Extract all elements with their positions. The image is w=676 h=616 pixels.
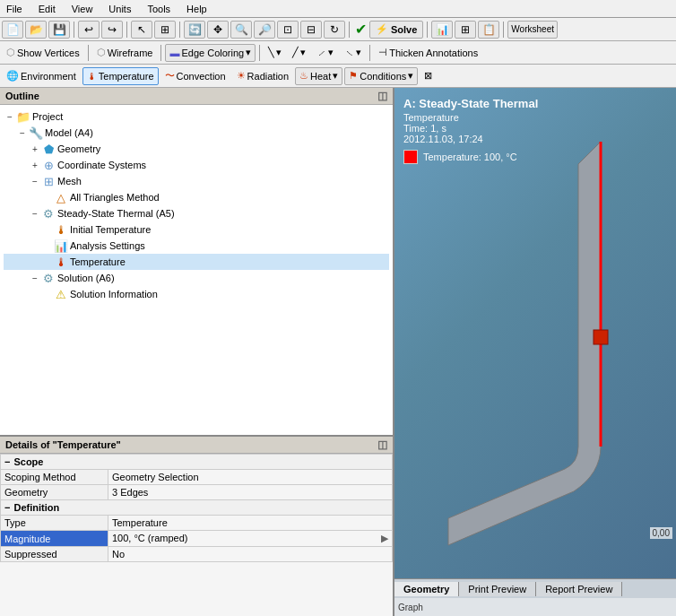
scope-toggle[interactable]: − [4, 456, 10, 467]
menu-units[interactable]: Units [106, 3, 134, 15]
suppress-button[interactable]: ⊠ [420, 67, 437, 85]
magnitude-value[interactable]: 100, °C (ramped) ▶ [108, 531, 393, 547]
expand-mesh[interactable]: − [29, 177, 41, 187]
cursor-button[interactable]: ⊞ [154, 21, 176, 39]
tree-item-inittemp[interactable]: + 🌡 Initial Temperature [4, 221, 389, 238]
suppressed-key: Suppressed [1, 547, 108, 562]
magnitude-expand-icon[interactable]: ▶ [381, 533, 388, 544]
viewport-subtitle: Temperature [403, 112, 538, 123]
temperature-button[interactable]: 🌡 Temperature [82, 67, 159, 85]
tab-print-label: Print Preview [468, 584, 526, 594]
thicken-btn[interactable]: ⊣ Thicken Annotations [374, 44, 482, 62]
tree-item-triangles[interactable]: + △ All Triangles Method [4, 189, 389, 205]
menu-file[interactable]: File [4, 3, 25, 15]
sep2 [126, 22, 127, 38]
menu-view[interactable]: View [69, 3, 96, 15]
heat-button[interactable]: ♨ Heat ▾ [295, 67, 342, 85]
triangles-label: All Triangles Method [70, 192, 160, 203]
definition-toggle[interactable]: − [4, 502, 10, 513]
convection-label: Convection [177, 71, 226, 82]
convection-button[interactable]: 〜 Convection [160, 67, 230, 85]
tree-item-solution[interactable]: − ⚙ Solution (A6) [4, 270, 389, 286]
menu-tools[interactable]: Tools [144, 3, 173, 15]
redo-button[interactable]: ↪ [101, 21, 123, 39]
edge-coloring-button[interactable]: ▬ Edge Coloring ▾ [165, 44, 256, 62]
tab-report-preview[interactable]: Report Preview [536, 582, 622, 596]
scoping-method-key: Scoping Method [1, 470, 108, 485]
open-button[interactable]: 📂 [25, 21, 47, 39]
details-pin[interactable]: ◫ [377, 438, 387, 451]
tree-item-thermal[interactable]: − ⚙ Steady-State Thermal (A5) [4, 205, 389, 221]
tree-item-analysis[interactable]: + 📊 Analysis Settings [4, 238, 389, 254]
radiation-button[interactable]: ☀ Radiation [232, 67, 293, 85]
menu-edit[interactable]: Edit [36, 3, 58, 15]
tab-print-preview[interactable]: Print Preview [459, 582, 536, 596]
tab-report-label: Report Preview [545, 584, 612, 594]
tree-item-tempbc[interactable]: + 🌡 Temperature [4, 254, 389, 270]
solution-icon: ⚙ [41, 271, 56, 285]
worksheet-button[interactable]: Worksheet [507, 21, 558, 39]
zoom-out-button[interactable]: 🔎 [254, 21, 275, 39]
coord-icon: ⊕ [41, 158, 56, 172]
undo-button[interactable]: ↩ [78, 21, 100, 39]
solutioninfo-label: Solution Information [70, 289, 158, 299]
expand-geometry[interactable]: + [29, 144, 41, 154]
edge-btn1[interactable]: ╲▾ [264, 44, 286, 62]
convection-icon: 〜 [165, 69, 175, 82]
refresh-button[interactable]: 🔄 [184, 21, 205, 39]
definition-section-header[interactable]: −Definition [1, 500, 393, 516]
report-button[interactable]: 📋 [478, 21, 499, 39]
show-vertices-button[interactable]: ⬡ Show Vertices [2, 44, 84, 62]
zoom-fit-button[interactable]: ⊡ [277, 21, 299, 39]
tree-item-project[interactable]: − 📁 Project [4, 108, 389, 125]
tree-item-coord[interactable]: + ⊕ Coordinate Systems [4, 157, 389, 173]
scope-section-header[interactable]: −Scope [1, 455, 393, 470]
edge-icon1: ╲ [268, 47, 274, 58]
svg-rect-1 [594, 330, 608, 344]
magnitude-row[interactable]: Magnitude 100, °C (ramped) ▶ [1, 531, 393, 547]
edge-btn2[interactable]: ╱▾ [288, 44, 310, 62]
environment-button[interactable]: 🌐 Environment [2, 67, 81, 85]
scope-section-label: Scope [13, 456, 43, 467]
inittemp-icon: 🌡 [54, 222, 68, 237]
rotate-button[interactable]: ↻ [324, 21, 345, 39]
type-value: Temperature [108, 516, 393, 531]
temperature-icon: 🌡 [87, 71, 97, 82]
tree-item-mesh[interactable]: − ⊞ Mesh [4, 173, 389, 189]
conditions-button[interactable]: ⚑ Conditions ▾ [344, 67, 418, 85]
thermal-label: Steady-State Thermal (A5) [57, 208, 175, 219]
tree-item-geometry[interactable]: + ⬟ Geometry [4, 141, 389, 157]
viewport[interactable]: A: Steady-State Thermal Temperature Time… [394, 88, 676, 578]
zoom-in-button[interactable]: 🔍 [230, 21, 252, 39]
expand-thermal[interactable]: − [29, 209, 41, 219]
thermal-icon: ⚙ [41, 206, 56, 221]
expand-model[interactable]: − [16, 128, 29, 138]
tree-item-model[interactable]: − 🔧 Model (A4) [4, 125, 389, 141]
solve-icon: ⚡ [376, 23, 388, 35]
thicken-icon: ⊣ [378, 47, 387, 58]
new-button[interactable]: 📄 [2, 21, 23, 39]
tree-item-solutioninfo[interactable]: + ⚠ Solution Information [4, 286, 389, 302]
chart-button[interactable]: 📊 [431, 21, 453, 39]
sep3 [179, 22, 180, 38]
solve-button[interactable]: ⚡ Solve [369, 21, 423, 39]
menu-help[interactable]: Help [184, 3, 210, 15]
expand-project[interactable]: − [4, 112, 16, 122]
select-button[interactable]: ↖ [131, 21, 152, 39]
geometry-label: Geometry [57, 143, 100, 154]
expand-coord[interactable]: + [29, 161, 41, 170]
wireframe-button[interactable]: ⬡ Wireframe [92, 44, 158, 62]
edge-coloring-icon: ▬ [169, 48, 179, 58]
table-button[interactable]: ⊞ [455, 21, 476, 39]
outline-pin[interactable]: ◫ [377, 90, 387, 102]
main-layout: Outline ◫ − 📁 Project − 🔧 Model (A4) + ⬟ [0, 88, 676, 616]
save-button[interactable]: 💾 [48, 21, 70, 39]
tab-geometry[interactable]: Geometry [394, 582, 459, 596]
expand-solution[interactable]: − [29, 273, 41, 283]
move-button[interactable]: ✥ [207, 21, 229, 39]
edge-btn3[interactable]: ⟋▾ [312, 44, 338, 62]
edge-btn4[interactable]: ⟍▾ [340, 44, 366, 62]
scoping-method-row: Scoping Method Geometry Selection [1, 470, 393, 485]
details-table: −Scope Scoping Method Geometry Selection… [0, 454, 393, 562]
zoom-box-button[interactable]: ⊟ [300, 21, 322, 39]
